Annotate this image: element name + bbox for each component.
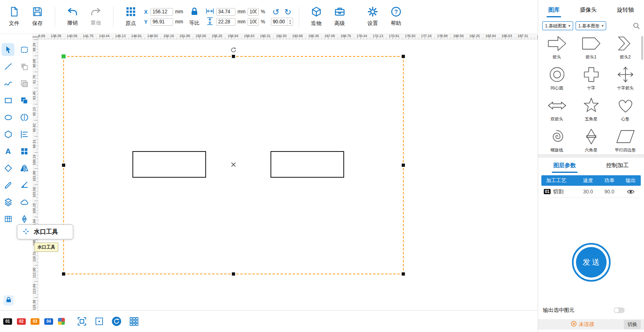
origin-button[interactable]: 原点 bbox=[119, 3, 142, 31]
search-button[interactable] bbox=[633, 22, 640, 29]
undo-button[interactable]: 撤销 bbox=[61, 3, 84, 31]
gallery-item-double-arrow[interactable]: 双箭头 bbox=[540, 96, 574, 127]
width-input[interactable] bbox=[216, 8, 235, 16]
rotation-input[interactable] bbox=[271, 19, 287, 25]
redo-button[interactable]: 重做 bbox=[84, 3, 107, 31]
output-selected-toggle[interactable] bbox=[614, 307, 625, 313]
settings-button[interactable]: 设置 bbox=[361, 3, 384, 31]
frame-preview-button[interactable] bbox=[77, 316, 87, 326]
layer-table-row[interactable]: 01 切割 30.0 90.0 bbox=[541, 186, 641, 198]
save-button[interactable]: 保存 bbox=[26, 3, 49, 31]
select-tool[interactable] bbox=[2, 43, 14, 56]
pen-tool[interactable] bbox=[18, 212, 31, 225]
rectangle-shape-right[interactable] bbox=[270, 151, 344, 178]
nozzle-tool-button[interactable]: 水口工具 bbox=[17, 224, 73, 239]
proportional-lock-button[interactable]: 等比 bbox=[185, 3, 204, 31]
position-preview-button[interactable] bbox=[94, 316, 104, 326]
gallery-item-parallelogram[interactable]: 平行四边形 bbox=[608, 127, 642, 153]
marquee-select-tool[interactable] bbox=[18, 43, 31, 56]
mirror-tool[interactable] bbox=[18, 162, 31, 174]
align-tool[interactable] bbox=[18, 128, 31, 141]
resize-handle-middle-left[interactable] bbox=[62, 164, 65, 167]
shape-union-tool[interactable] bbox=[18, 94, 31, 107]
ruler-v-label: 100.19 bbox=[32, 153, 36, 167]
design-canvas[interactable] bbox=[38, 39, 538, 310]
gallery-item-six-point-star[interactable]: 六角星 bbox=[574, 127, 608, 153]
layer-chip-03[interactable]: 03 bbox=[31, 318, 39, 325]
dot-matrix-button[interactable] bbox=[129, 316, 139, 326]
knife-tool[interactable] bbox=[2, 178, 14, 191]
height-percent-input[interactable] bbox=[248, 18, 259, 26]
tab-control-processing[interactable]: 控制加工 bbox=[605, 160, 630, 172]
create-button[interactable]: 造物 bbox=[305, 3, 328, 31]
ellipse-tool[interactable] bbox=[2, 111, 14, 124]
split-tool[interactable] bbox=[18, 111, 31, 124]
gallery-item-arrow-2[interactable]: 箭头2 bbox=[608, 34, 642, 65]
rotate-cw-icon[interactable]: ↻ bbox=[284, 8, 291, 16]
tab-layer-parameters[interactable]: 图层参数 bbox=[553, 160, 577, 172]
multi-color-chip[interactable] bbox=[58, 318, 65, 325]
gallery-scrollbar[interactable] bbox=[641, 36, 643, 60]
table-tool[interactable] bbox=[2, 212, 14, 225]
gallery-item-cross[interactable]: 十字 bbox=[574, 65, 608, 96]
tab-rotary-axis[interactable]: 旋转轴 bbox=[616, 4, 635, 16]
gallery-item-arrow-1[interactable]: 箭头1 bbox=[574, 34, 608, 65]
weld-tool[interactable] bbox=[18, 195, 31, 208]
ruler-h-label: 146.81 bbox=[131, 34, 142, 38]
advanced-button[interactable]: 高级 bbox=[328, 3, 351, 31]
layer-chip-04[interactable]: 04 bbox=[44, 318, 53, 325]
gallery-item-five-point-star[interactable]: 五角星 bbox=[574, 96, 608, 127]
resize-handle-bottom-right[interactable] bbox=[402, 272, 405, 276]
shape-subtract-tool[interactable] bbox=[18, 60, 31, 73]
gallery-item-arrow[interactable]: 箭头 bbox=[540, 34, 574, 65]
visibility-eye-icon[interactable] bbox=[620, 189, 641, 195]
layers-tool[interactable] bbox=[2, 195, 14, 208]
gallery-item-concentric-circles[interactable]: 同心圆 bbox=[540, 65, 574, 96]
y-input[interactable] bbox=[151, 18, 173, 26]
tab-camera[interactable]: 摄像头 bbox=[579, 4, 597, 16]
help-glyph: ? bbox=[394, 8, 398, 15]
resize-handle-bottom-left[interactable] bbox=[62, 272, 65, 276]
rectangle-shape-left[interactable] bbox=[132, 151, 206, 178]
resize-handle-bottom-middle[interactable] bbox=[232, 272, 235, 276]
rotation-handle[interactable] bbox=[231, 47, 236, 54]
resize-handle-top-middle[interactable] bbox=[232, 55, 235, 58]
gallery-item-cross-arrow[interactable]: 十字箭头 bbox=[608, 65, 642, 96]
resize-handle-top-left[interactable] bbox=[62, 54, 66, 58]
width-percent-input[interactable] bbox=[248, 8, 259, 16]
gallery-item-spiral[interactable]: 螺旋线 bbox=[540, 127, 574, 153]
category-select-1[interactable]: 1.基础图案 ▾ bbox=[542, 21, 573, 30]
help-button[interactable]: ? 帮助 bbox=[384, 3, 408, 31]
resize-handle-top-right[interactable] bbox=[402, 55, 405, 58]
resize-handle-middle-right[interactable] bbox=[402, 164, 405, 167]
rotate-ccw-icon[interactable]: ↺ bbox=[272, 8, 280, 16]
measure-tool[interactable] bbox=[18, 178, 31, 191]
polygon-tool[interactable] bbox=[2, 128, 14, 141]
connection-status[interactable]: 未连接 bbox=[571, 321, 594, 328]
ruler-v-label: 96.82 bbox=[32, 121, 36, 135]
array-tool[interactable] bbox=[18, 145, 31, 158]
category-select-2[interactable]: 1.基本图形 ▾ bbox=[576, 21, 607, 30]
process-preview-button[interactable] bbox=[111, 316, 122, 326]
layer-chip-01[interactable]: 01 bbox=[3, 318, 12, 325]
canvas-lock-button[interactable] bbox=[4, 295, 14, 305]
x-input[interactable] bbox=[151, 8, 173, 16]
send-button[interactable]: 发送 bbox=[572, 243, 611, 282]
switch-device-button[interactable]: 切换 bbox=[624, 320, 641, 329]
spin-down-icon[interactable]: ▼ bbox=[289, 22, 291, 25]
text-tool[interactable]: A bbox=[2, 145, 14, 158]
gallery-item-heart[interactable]: 心形 bbox=[608, 96, 642, 127]
tab-gallery[interactable]: 图库 bbox=[547, 4, 560, 16]
layer-chip-02[interactable]: 02 bbox=[17, 318, 26, 325]
duplicate-tool[interactable] bbox=[18, 77, 31, 90]
height-input[interactable] bbox=[216, 18, 235, 26]
curve-tool[interactable] bbox=[2, 77, 14, 90]
diamond-tool[interactable] bbox=[2, 162, 14, 174]
spin-up-icon[interactable]: ▲ bbox=[289, 19, 291, 22]
rectangle-tool[interactable] bbox=[2, 94, 14, 107]
ruler-v-label: 93.45 bbox=[32, 89, 36, 102]
save-label: 保存 bbox=[32, 20, 43, 27]
line-tool[interactable] bbox=[2, 60, 14, 73]
selection-box[interactable] bbox=[63, 56, 404, 274]
file-button[interactable]: 文件 bbox=[2, 3, 26, 31]
